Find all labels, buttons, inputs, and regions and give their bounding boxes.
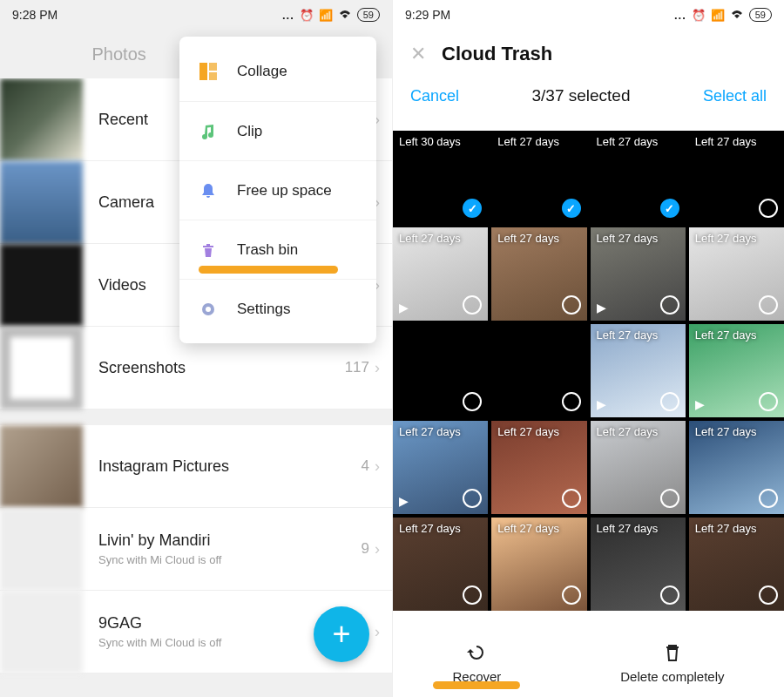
- trash-item[interactable]: Left 27 days: [689, 518, 784, 611]
- trash-item[interactable]: Left 27 days▶: [591, 227, 686, 321]
- selection-checkbox[interactable]: [463, 392, 482, 411]
- highlight-annotation: [199, 266, 338, 274]
- trash-grid[interactable]: Left 30 daysLeft 27 daysLeft 27 daysLeft…: [393, 131, 784, 611]
- highlight-annotation: [433, 681, 520, 689]
- menu-freeup[interactable]: Free up space: [179, 160, 376, 220]
- album-thumb: [0, 425, 83, 508]
- album-thumb: [0, 508, 83, 591]
- chevron-right-icon: ›: [375, 457, 380, 476]
- trash-item[interactable]: Left 27 days: [491, 131, 586, 224]
- selection-checkbox[interactable]: [463, 199, 482, 218]
- selection-checkbox[interactable]: [759, 295, 778, 315]
- signal-icon: 📶: [711, 9, 725, 22]
- trash-item[interactable]: Left 27 days: [393, 518, 488, 611]
- selection-checkbox[interactable]: [660, 392, 679, 411]
- trash-item[interactable]: Left 30 days: [393, 131, 488, 224]
- selection-checkbox[interactable]: [562, 489, 581, 508]
- status-right: ... ⏰ 📶 59: [282, 8, 380, 22]
- menu-trash[interactable]: Trash bin: [179, 220, 376, 279]
- svg-rect-0: [199, 63, 207, 80]
- trash-item[interactable]: Left 27 days: [591, 131, 686, 224]
- menu-collage[interactable]: Collage: [179, 42, 376, 101]
- action-label: Delete completely: [620, 669, 724, 684]
- selection-checkbox[interactable]: [562, 295, 581, 315]
- trash-item[interactable]: Left 27 days: [689, 227, 784, 321]
- status-time: 9:29 PM: [405, 8, 450, 22]
- selection-checkbox[interactable]: [463, 295, 482, 315]
- recover-button[interactable]: Recover: [452, 641, 501, 684]
- days-left-label: Left 27 days: [597, 328, 659, 342]
- delete-completely-button[interactable]: Delete completely: [620, 641, 724, 684]
- close-icon[interactable]: ✕: [410, 43, 426, 65]
- wifi-icon: [338, 9, 352, 22]
- trash-header: ✕ Cloud Trash: [393, 30, 784, 78]
- trash-item[interactable]: Left 27 days: [491, 518, 586, 611]
- album-instagram[interactable]: Instagram Pictures 4 ›: [0, 425, 392, 508]
- album-count: 117: [345, 359, 369, 376]
- trash-item[interactable]: Left 27 days▶: [393, 421, 488, 514]
- album-thumb: [0, 161, 83, 244]
- battery-indicator: 59: [357, 8, 380, 22]
- trash-item[interactable]: Left 27 days▶: [393, 227, 488, 321]
- trash-item[interactable]: Left 27 days▶: [689, 324, 784, 417]
- chevron-right-icon: ›: [375, 359, 380, 377]
- trash-item[interactable]: Left 27 days: [591, 518, 686, 611]
- play-icon: ▶: [597, 301, 606, 315]
- status-time: 9:28 PM: [12, 8, 57, 22]
- menu-label: Collage: [237, 63, 287, 80]
- tab-photos[interactable]: Photos: [92, 44, 146, 64]
- days-left-label: Left 27 days: [695, 135, 757, 148]
- selection-checkbox[interactable]: [759, 489, 778, 508]
- selection-checkbox[interactable]: [562, 585, 581, 605]
- selection-checkbox[interactable]: [759, 585, 778, 605]
- days-left-label: Left 27 days: [399, 232, 461, 245]
- trash-item[interactable]: [491, 324, 586, 417]
- plus-icon: +: [332, 616, 350, 653]
- cloud-trash-screen: 9:29 PM ... ⏰ 📶 59 ✕ Cloud Trash Cancel …: [392, 0, 784, 697]
- days-left-label: Left 27 days: [695, 425, 757, 438]
- trash-item[interactable]: Left 27 days: [491, 227, 586, 321]
- selection-checkbox[interactable]: [660, 585, 679, 605]
- trash-item[interactable]: [393, 324, 488, 417]
- music-note-icon: [199, 122, 218, 141]
- album-count: 9: [362, 540, 369, 558]
- album-name: Instagram Pictures: [98, 457, 346, 476]
- album-sub: Sync with Mi Cloud is off: [98, 553, 346, 566]
- page-title: Cloud Trash: [442, 43, 552, 65]
- days-left-label: Left 27 days: [399, 425, 461, 438]
- albums-screen: 9:28 PM ... ⏰ 📶 59 Photos Albums Recent …: [0, 0, 392, 697]
- album-name: Screenshots: [98, 359, 329, 377]
- trash-item[interactable]: Left 27 days: [689, 131, 784, 224]
- days-left-label: Left 27 days: [497, 522, 559, 535]
- trash-item[interactable]: Left 27 days▶: [591, 324, 686, 417]
- cancel-button[interactable]: Cancel: [410, 87, 459, 105]
- selection-checkbox[interactable]: [759, 199, 778, 218]
- album-thumb: [0, 591, 83, 673]
- trash-item[interactable]: Left 27 days: [591, 421, 686, 514]
- album-livin[interactable]: Livin' by Mandiri Sync with Mi Cloud is …: [0, 508, 392, 591]
- menu-clip[interactable]: Clip: [179, 101, 376, 160]
- selection-checkbox[interactable]: [463, 489, 482, 508]
- status-right: ... ⏰ 📶 59: [674, 8, 772, 22]
- play-icon: ▶: [399, 301, 409, 315]
- selection-checkbox[interactable]: [463, 585, 482, 605]
- trash-item[interactable]: Left 27 days: [491, 421, 586, 514]
- selection-checkbox[interactable]: [660, 295, 679, 315]
- svg-rect-1: [209, 63, 217, 71]
- album-thumb: [0, 78, 83, 161]
- selection-checkbox[interactable]: [562, 199, 581, 218]
- wifi-icon: [730, 9, 744, 22]
- select-all-button[interactable]: Select all: [703, 87, 767, 105]
- menu-settings[interactable]: Settings: [179, 279, 376, 338]
- selection-checkbox[interactable]: [562, 392, 581, 411]
- collage-icon: [199, 62, 218, 81]
- selection-checkbox[interactable]: [759, 392, 778, 411]
- selection-checkbox[interactable]: [660, 489, 679, 508]
- days-left-label: Left 27 days: [497, 232, 559, 245]
- selected-count: 3/37 selected: [531, 86, 630, 105]
- add-album-button[interactable]: +: [314, 606, 369, 662]
- trash-item[interactable]: Left 27 days: [689, 421, 784, 514]
- more-icon: ...: [674, 9, 686, 22]
- overflow-menu: Collage Clip Free up space Trash bin: [179, 37, 376, 343]
- selection-checkbox[interactable]: [660, 199, 679, 218]
